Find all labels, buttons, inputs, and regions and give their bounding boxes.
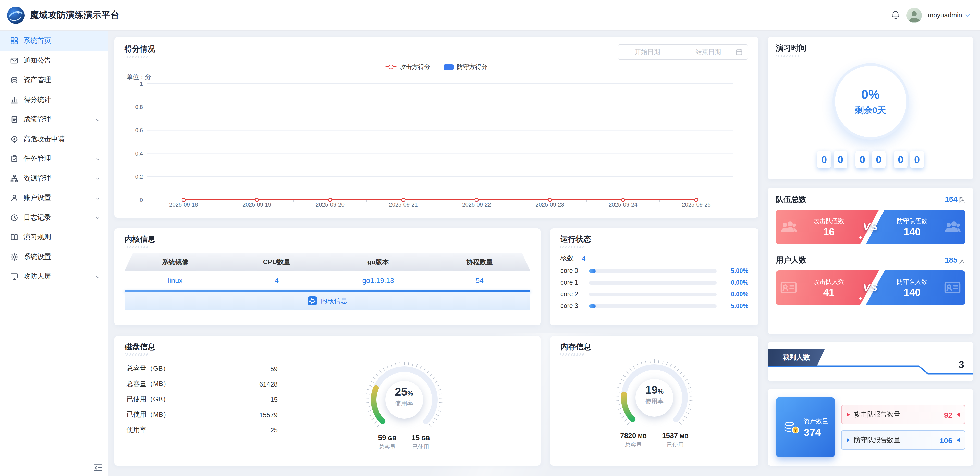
sidebar-item-label: 高危攻击申请 <box>24 135 100 144</box>
core-usage-bar <box>589 281 717 284</box>
chip-icon <box>307 296 317 305</box>
asset-icon <box>10 76 18 84</box>
judges-card: 裁判人数 3 <box>768 342 974 381</box>
sidebar-item[interactable]: 系统首页 <box>0 31 108 51</box>
teams-vs-banner: 攻击队伍数 16 防守队伍数 140 VS <box>776 209 965 244</box>
countdown-group: 00 <box>817 151 847 168</box>
main-content: 得分情况 开始日期 → 结束日期 攻击方得分防守方得分 <box>108 30 768 476</box>
sidebar-item[interactable]: 攻防大屏 <box>0 267 108 286</box>
kernel-column-header: 系统镜像 <box>124 257 226 267</box>
kernel-info-card: 内核信息 系统镜像CPU数量go版本协程数量 linux4go1.19.1354 <box>115 228 541 325</box>
svg-text:单位：分: 单位：分 <box>127 73 151 80</box>
teams-header: 队伍总数 154 队 <box>776 195 965 205</box>
sidebar-item[interactable]: 账户设置 <box>0 188 108 208</box>
svg-text:0.4: 0.4 <box>135 151 143 157</box>
kernel-value: 4 <box>226 276 328 284</box>
disk-detail-value: 15579 <box>259 411 278 418</box>
report-list: 攻击队报告数量 92 防守队报告数量 106 <box>841 397 965 457</box>
defense-team-stat: 防守队伍数 140 <box>897 217 928 237</box>
sidebar-item[interactable]: 资产管理 <box>0 70 108 90</box>
users-header: 用户人数 185 人 <box>776 255 965 265</box>
core-count-row: 核数 4 <box>560 254 748 263</box>
legend-rect-marker <box>444 64 454 70</box>
countdown-digit: 0 <box>910 151 924 168</box>
defense-report-row[interactable]: 防守队报告数量 106 <box>841 430 965 450</box>
countdown-timer: 000000 <box>776 151 965 168</box>
calendar-icon <box>735 48 743 56</box>
time-title-block: 演习时间 <box>776 43 965 57</box>
core-usage-row: core 0 5.00% <box>560 267 748 274</box>
triangle-end-icon <box>956 413 959 417</box>
user-avatar[interactable] <box>907 7 922 23</box>
assets-reports-card: 资产数量 374 攻击队报告数量 92 防守队报告数量 106 <box>768 389 974 466</box>
attack-report-count: 92 <box>944 410 953 419</box>
disk-detail-value: 15 <box>270 395 278 403</box>
core-usage-row: core 2 0.00% <box>560 290 748 298</box>
sidebar-item[interactable]: 高危攻击申请 <box>0 129 108 149</box>
legend-item[interactable]: 攻击方得分 <box>385 62 430 71</box>
gear-icon <box>10 253 18 261</box>
core-name: core 0 <box>560 267 584 274</box>
start-date-input[interactable]: 开始日期 <box>623 48 672 56</box>
memory-usage-gauge: 19% 使用率 <box>608 358 700 429</box>
score-card-header: 得分情况 开始日期 → 结束日期 <box>124 44 748 60</box>
sidebar-item[interactable]: 资源管理 <box>0 168 108 188</box>
vs-label: VS <box>863 221 878 233</box>
target-icon <box>10 135 18 143</box>
core-usage-fill <box>589 269 595 273</box>
users-count: 185 人 <box>945 255 965 265</box>
kernel-column-header: CPU数量 <box>226 257 328 267</box>
disk-detail-label: 使用率 <box>127 425 146 435</box>
disk-gauge-block: 25% 使用率 59 GB 总容量 15 GB <box>278 358 530 451</box>
sidebar-item-label: 系统设置 <box>24 252 100 262</box>
sidebar-item-label: 日志记录 <box>24 213 95 222</box>
sidebar-item[interactable]: 日志记录 <box>0 208 108 227</box>
kernel-footer: 内核信息 <box>124 292 530 310</box>
disk-title-block: 磁盘信息 <box>124 342 530 356</box>
asset-texts: 资产数量 374 <box>804 417 829 438</box>
core-usage-percent: 5.00% <box>722 302 748 309</box>
date-range-arrow: → <box>675 48 681 56</box>
memory-card-title: 内存信息 <box>560 342 591 352</box>
sidebar-item[interactable]: 成绩管理 <box>0 109 108 129</box>
sidebar-item[interactable]: 得分统计 <box>0 90 108 109</box>
legend-line-marker <box>385 66 396 67</box>
countdown-group: 00 <box>894 151 924 168</box>
disk-detail-value: 61428 <box>259 380 278 388</box>
monitor-icon <box>10 273 18 281</box>
sidebar-item[interactable]: 通知公告 <box>0 51 108 70</box>
disk-detail-list: 总容量（GB） 59 总容量（MB） 61428 已使用（GB） 15 已使用（… <box>124 358 278 451</box>
svg-text:2025-09-22: 2025-09-22 <box>462 202 491 208</box>
end-date-input[interactable]: 结束日期 <box>684 48 733 56</box>
user-menu[interactable]: moyuadmin <box>928 11 971 19</box>
sidebar-item[interactable]: 系统设置 <box>0 247 108 267</box>
legend-item[interactable]: 防守方得分 <box>444 62 487 71</box>
id-card-icon <box>944 279 961 296</box>
attack-report-row[interactable]: 攻击队报告数量 92 <box>841 405 965 424</box>
core-usage-row: core 3 5.00% <box>560 302 748 309</box>
app-header: 魔域攻防演练演示平台 moyuadmin <box>0 0 980 30</box>
countdown-digit: 0 <box>872 151 886 168</box>
asset-count-box[interactable]: 资产数量 374 <box>776 397 835 457</box>
exercise-time-title: 演习时间 <box>776 43 807 53</box>
defense-user-stat: 防守队人数 140 <box>897 278 928 298</box>
date-range-picker[interactable]: 开始日期 → 结束日期 <box>617 44 748 60</box>
gauge-stat-total: 59 GB 总容量 <box>378 433 396 451</box>
mail-icon <box>10 57 18 65</box>
core-usage-bar <box>589 292 717 296</box>
triangle-marker-icon <box>847 413 850 417</box>
svg-text:2025-09-20: 2025-09-20 <box>316 202 345 208</box>
core-usage-list: core 0 5.00% core 1 0.00% core 2 0.00% c… <box>560 267 748 309</box>
user-icon <box>10 194 18 202</box>
exercise-time-card: 演习时间 0% 剩余0天 000000 <box>768 37 974 179</box>
svg-text:0: 0 <box>140 197 143 203</box>
sidebar-item[interactable]: 演习规则 <box>0 227 108 247</box>
kernel-value: go1.19.13 <box>328 276 429 284</box>
sidebar-collapse-button[interactable] <box>94 463 103 472</box>
chevron-down-icon <box>965 12 971 18</box>
notification-bell-icon[interactable] <box>891 10 900 20</box>
home-grid-icon <box>10 37 18 45</box>
sidebar-item[interactable]: 任务管理 <box>0 149 108 168</box>
runtime-status-card: 运行状态 核数 4 core 0 5.00% core 1 0.00% core… <box>550 228 759 325</box>
teams-count: 154 队 <box>945 195 965 205</box>
